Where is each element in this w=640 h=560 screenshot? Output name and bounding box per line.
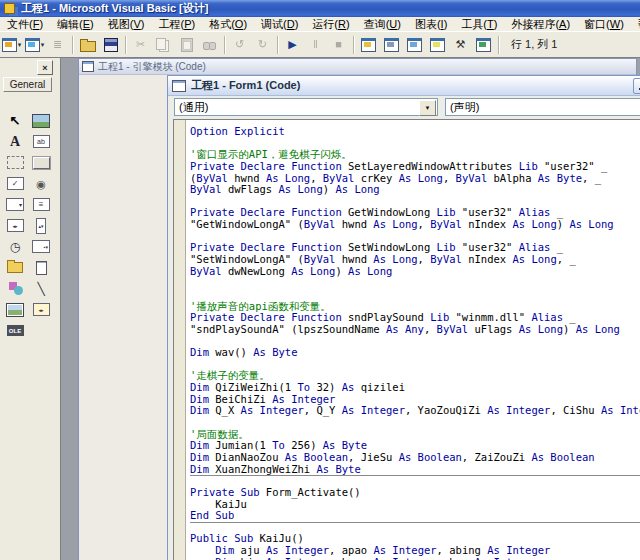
start-icon: ▶: [285, 37, 301, 52]
line-icon: ╲: [37, 282, 44, 296]
data-icon: ◂▸: [33, 303, 50, 316]
save-project-icon: [104, 38, 118, 52]
window-titlebar[interactable]: 工程1 - Microsoft Visual Basic [设计]: [0, 0, 640, 17]
checkbox-icon: ✓: [7, 177, 24, 190]
code-line-33: KaiJu: [190, 499, 640, 511]
code-window-icon: [172, 80, 186, 92]
image-icon: [6, 303, 24, 317]
window-title: 工程1 - Microsoft Visual Basic [设计]: [21, 1, 208, 16]
properties-window-icon: [384, 38, 399, 52]
menu-diagram[interactable]: 图表(I): [408, 17, 454, 31]
chevron-down-icon[interactable]: ▾: [41, 41, 45, 49]
tool-filelistbox[interactable]: [28, 257, 54, 278]
code-line-20: Dim wav() As Byte: [190, 347, 640, 359]
engine-module-titlebar[interactable]: 工程1 - 引擎模块 (Code): [79, 59, 636, 75]
object-dropdown[interactable]: (通用) ▼: [174, 98, 438, 116]
frame-icon: [7, 156, 24, 169]
menu-run[interactable]: 运行(R): [305, 17, 356, 31]
tool-line[interactable]: ╲: [28, 278, 54, 299]
open-project-button[interactable]: [77, 35, 98, 55]
paste-button: [176, 35, 197, 55]
add-project-icon: [2, 38, 17, 52]
tool-picturebox[interactable]: [28, 110, 54, 131]
code-text[interactable]: Option Explicit '窗口显示的API，避免棋子闪烁。Private…: [186, 120, 640, 560]
tool-dirlistbox[interactable]: [2, 257, 28, 278]
label-icon: A: [10, 135, 20, 149]
tool-optionbutton[interactable]: ◉: [28, 173, 54, 194]
form1-code-title: 工程1 - Form1 (Code): [191, 78, 300, 93]
tool-data[interactable]: ◂▸: [28, 299, 54, 320]
object-browser-button[interactable]: [427, 35, 448, 55]
add-project-button[interactable]: ▾: [1, 35, 22, 55]
menu-format[interactable]: 格式(O): [202, 17, 254, 31]
minimize-button[interactable]: [633, 78, 640, 94]
project-explorer-button[interactable]: [358, 35, 379, 55]
combobox-icon: ▾: [6, 198, 24, 211]
tool-checkbox[interactable]: ✓: [2, 173, 28, 194]
chevron-down-icon[interactable]: ▼: [419, 100, 436, 116]
toolbar-separator: [72, 36, 73, 54]
object-dropdown-value: (通用): [179, 99, 208, 115]
tool-combobox[interactable]: ▾: [2, 194, 28, 215]
menu-editor-button: ≣: [47, 35, 68, 55]
code-line-18: "sndPlaySoundA" (lpszSoundName As Any, B…: [190, 324, 640, 336]
menu-query[interactable]: 查询(U): [357, 17, 408, 31]
menu-view[interactable]: 视图(V): [101, 17, 152, 31]
drivelistbox-icon: ▪▾: [32, 240, 50, 253]
menu-addins[interactable]: 外接程序(A): [504, 17, 577, 31]
form-layout-window-icon: [407, 38, 422, 52]
find-button: [199, 35, 220, 55]
menu-debug[interactable]: 调试(D): [254, 17, 305, 31]
save-project-button[interactable]: [100, 35, 121, 55]
copy-icon: [156, 38, 166, 50]
toolbar: ▾▾≣✂↺↻▶‖■⚒ 行 1, 列 1: [0, 31, 640, 58]
engine-module-code-window[interactable]: 工程1 - 引擎模块 (Code) 工程1 - Form1 (Code) (通用…: [78, 58, 637, 560]
open-project-icon: [80, 41, 96, 52]
properties-window-button[interactable]: [381, 35, 402, 55]
tool-pointer[interactable]: ↖: [2, 110, 28, 131]
add-form-button[interactable]: ▾: [24, 35, 45, 55]
tool-hscrollbar[interactable]: ◂▸: [2, 215, 28, 236]
add-form-icon: [25, 38, 40, 52]
menu-help[interactable]: 帮助(H): [631, 17, 640, 31]
tool-commandbutton[interactable]: [28, 152, 54, 173]
code-line-34: End Sub: [190, 510, 640, 522]
start-button[interactable]: ▶: [282, 35, 303, 55]
undo-icon: ↺: [232, 37, 248, 52]
copy-button: [153, 35, 174, 55]
shape-icon: [8, 282, 23, 295]
menu-edit[interactable]: 编辑(E): [50, 17, 101, 31]
tool-timer[interactable]: ◷: [2, 236, 28, 257]
form1-code-titlebar[interactable]: 工程1 - Form1 (Code): [168, 76, 640, 96]
cursor-position-indicator: 行 1, 列 1: [502, 37, 566, 52]
chevron-down-icon[interactable]: ▾: [18, 41, 22, 49]
procedure-dropdown-value: (声明): [450, 99, 479, 115]
toolbar-separator: [277, 36, 278, 54]
tool-listbox[interactable]: ≡: [28, 194, 54, 215]
textbox-icon: ab: [33, 135, 50, 148]
menu-project[interactable]: 工程(P): [151, 17, 202, 31]
toolbox-close-button[interactable]: ×: [37, 60, 53, 75]
procedure-dropdown[interactable]: (声明) ▼: [445, 98, 640, 116]
tool-image[interactable]: [2, 299, 28, 320]
menu-window[interactable]: 窗口(W): [577, 17, 631, 31]
tool-shape[interactable]: [2, 278, 28, 299]
tool-vscrollbar[interactable]: ▴▾: [28, 215, 54, 236]
form1-code-window: 工程1 - Form1 (Code) (通用) ▼ (声明) ▼: [167, 75, 640, 560]
form-layout-window-button[interactable]: [404, 35, 425, 55]
tool-textbox[interactable]: ab: [28, 131, 54, 152]
tool-ole[interactable]: OLE: [2, 320, 28, 341]
toolbox-button[interactable]: ⚒: [450, 35, 471, 55]
tool-label[interactable]: A: [2, 131, 28, 152]
data-view-window-button[interactable]: [473, 35, 494, 55]
menu-tools[interactable]: 工具(T): [454, 17, 504, 31]
code-editor[interactable]: Option Explicit '窗口显示的API，避免棋子闪烁。Private…: [173, 119, 640, 560]
menu-file[interactable]: 文件(F): [0, 17, 50, 31]
tool-drivelistbox[interactable]: ▪▾: [28, 236, 54, 257]
commandbutton-icon: [33, 157, 50, 169]
toolbox-icon: ⚒: [453, 37, 469, 52]
tool-frame[interactable]: [2, 152, 28, 173]
vb-ide-window: 工程1 - Microsoft Visual Basic [设计] 文件(F)编…: [0, 0, 640, 560]
code-line-1: Option Explicit: [190, 126, 640, 138]
toolbox-tab-general[interactable]: General: [3, 77, 52, 92]
